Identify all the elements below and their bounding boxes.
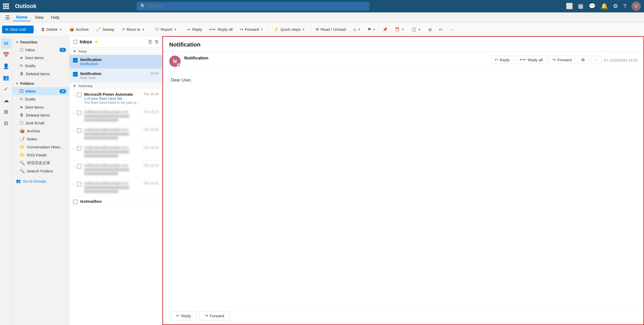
new-mail-button[interactable]: ✉ New mail ▼ xyxy=(2,26,34,33)
favorites-section-header[interactable]: ▼ Favorites xyxy=(12,38,69,46)
filter-icon[interactable]: ☰ xyxy=(148,39,152,45)
sort-icon[interactable]: ⇅ xyxy=(155,39,159,45)
print-button[interactable]: 🖨 xyxy=(425,26,435,33)
categorize-dropdown-icon[interactable]: ▼ xyxy=(358,28,361,31)
detail-reply-all-button[interactable]: ↩↩ Reply all xyxy=(516,56,547,64)
nav-item-notes[interactable]: 📝 Notes xyxy=(12,135,69,143)
nav-item-drafts[interactable]: ✎ Drafts xyxy=(12,95,69,103)
nav-item-fav-inbox[interactable]: ☐ Inbox 10 xyxy=(12,46,69,54)
sidebar-icon-contacts[interactable]: 👤 xyxy=(1,61,11,71)
assign-dropdown-icon[interactable]: ▼ xyxy=(418,28,421,31)
quick-steps-button[interactable]: ⚡ Quick steps ▼ xyxy=(271,26,308,33)
bell-icon[interactable]: 🔔 xyxy=(601,3,608,10)
email-9-checkbox[interactable] xyxy=(73,200,78,204)
search-box[interactable]: 🔍 xyxy=(137,2,369,11)
forward-button[interactable]: ↪ Forward ▼ xyxy=(237,26,267,33)
apps-grid-icon[interactable] xyxy=(3,3,9,9)
email-item-1[interactable]: ✓ Notification Notification xyxy=(69,55,162,69)
detail-reply-button[interactable]: ↩ Reply xyxy=(491,56,513,64)
new-mail-dropdown-icon[interactable]: ▼ xyxy=(28,28,31,31)
email-8-expand-icon[interactable]: › xyxy=(73,182,74,186)
forward-dropdown-icon[interactable]: ▼ xyxy=(261,28,263,31)
monitor-icon[interactable]: ⬜ xyxy=(566,3,573,10)
reply-button[interactable]: ↩ Reply xyxy=(184,26,205,33)
categorize-button[interactable]: ◇ ▼ xyxy=(350,26,364,33)
footer-reply-button[interactable]: ↩ Reply xyxy=(171,311,196,320)
nav-item-search-folders[interactable]: 🔍 Search Folders xyxy=(12,167,69,175)
inbox-star-icon[interactable]: ★ xyxy=(94,39,98,45)
nav-item-fav-drafts[interactable]: ✎ Drafts xyxy=(12,62,69,70)
email-item-2[interactable]: ✓ Notification Dear User, 14:16 xyxy=(69,69,162,82)
email-item-8[interactable]: › notifications@example.com Thu 16:16 xyxy=(69,179,162,196)
report-button[interactable]: 🛡 Report ▼ xyxy=(152,26,180,33)
email-6-expand-icon[interactable]: › xyxy=(73,147,74,151)
menu-item-help[interactable]: Help xyxy=(48,14,63,21)
email-6-checkbox[interactable] xyxy=(77,146,82,151)
email-item-7[interactable]: › notifications@example.com Thu 16:16 xyxy=(69,161,162,179)
email-7-checkbox[interactable] xyxy=(77,164,82,169)
email-1-checkbox[interactable]: ✓ xyxy=(73,58,78,63)
reply-all-button[interactable]: ↩↩ Reply all xyxy=(206,26,236,33)
sweep-button[interactable]: 🧹 Sweep xyxy=(93,26,117,33)
sidebar-icon-groups[interactable]: 👥 xyxy=(1,72,11,83)
nav-item-rss[interactable]: 📁 RSS Feeds xyxy=(12,151,69,159)
today-chevron-icon[interactable]: ▼ xyxy=(73,49,76,53)
sidebar-icon-calendar[interactable]: 📅 xyxy=(1,50,11,60)
email-2-checkbox[interactable]: ✓ xyxy=(73,72,78,77)
email-8-checkbox[interactable] xyxy=(77,182,82,186)
search-input[interactable] xyxy=(148,4,366,9)
undo-button[interactable]: ↩ xyxy=(436,26,446,33)
read-unread-button[interactable]: ✉ Read / Unread xyxy=(313,26,349,33)
more-button[interactable]: ··· xyxy=(447,26,456,33)
delete-dropdown-icon[interactable]: ▼ xyxy=(59,28,62,31)
nav-item-inbox[interactable]: ☐ Inbox 10 xyxy=(12,87,69,95)
email-4-expand-icon[interactable]: › xyxy=(73,111,74,115)
nav-item-sent[interactable]: ➤ Sent Items xyxy=(12,103,69,111)
help-icon[interactable]: ? xyxy=(623,3,626,10)
sidebar-icon-grid2[interactable]: ⊟ xyxy=(1,118,11,128)
email-item-5[interactable]: › notifications@example.com Thu 16:16 xyxy=(69,125,162,143)
email-item-4[interactable]: › notifications@example.com Thu 16:16 xyxy=(69,107,162,125)
email-3-checkbox[interactable] xyxy=(77,93,82,97)
detail-view-mode-button[interactable]: ⊞ xyxy=(578,56,589,64)
nav-item-fav-sent[interactable]: ➤ Sent Items xyxy=(12,54,69,62)
flag-dropdown-icon[interactable]: ▼ xyxy=(373,28,375,31)
nav-item-fav-deleted[interactable]: 🗑 Deleted Items xyxy=(12,70,69,78)
email-4-checkbox[interactable] xyxy=(77,110,82,115)
menu-item-view[interactable]: View xyxy=(32,14,47,21)
report-dropdown-icon[interactable]: ▼ xyxy=(174,28,177,31)
email-item-9[interactable]: testmailbox xyxy=(69,196,162,207)
email-item-3[interactable]: › Microsoft Power Automate 1 of your flo… xyxy=(69,89,162,107)
inbox-checkbox-icon[interactable]: ☐ xyxy=(73,39,78,45)
email-5-expand-icon[interactable]: › xyxy=(73,129,74,133)
move-to-button[interactable]: ↗ Move to ▼ xyxy=(119,26,148,33)
clock-dropdown-icon[interactable]: ▼ xyxy=(401,28,404,31)
menu-item-home[interactable]: Home xyxy=(13,14,31,21)
delete-button[interactable]: 🗑 Delete ▼ xyxy=(38,26,65,33)
settings-icon[interactable]: ⚙ xyxy=(613,3,618,10)
hamburger-button[interactable]: ☰ xyxy=(3,13,12,22)
nav-item-junk[interactable]: ☐ Junk Email xyxy=(12,119,69,127)
detail-more-button[interactable]: ··· xyxy=(591,56,602,64)
footer-forward-button[interactable]: ↪ Forward xyxy=(199,311,230,320)
nav-item-convhist[interactable]: 📁 Conversation Histo... xyxy=(12,143,69,151)
quick-steps-dropdown-icon[interactable]: ▼ xyxy=(302,28,305,31)
nav-item-archive[interactable]: 📦 Archive xyxy=(12,127,69,135)
sidebar-icon-tasks[interactable]: ✓ xyxy=(1,84,11,94)
sidebar-icon-mail[interactable]: ✉ xyxy=(1,38,11,49)
nav-item-go-to-groups[interactable]: 👥 Go to Groups xyxy=(12,177,69,185)
email-3-expand-icon[interactable]: › xyxy=(73,93,74,97)
email-5-checkbox[interactable] xyxy=(77,128,82,133)
nav-item-chinese[interactable]: 🔍 对话历史记录 xyxy=(12,159,69,167)
pin-button[interactable]: 📌 xyxy=(380,26,391,33)
flag-button[interactable]: ⚑ ▼ xyxy=(365,26,379,33)
sidebar-icon-apps[interactable]: ⊞ xyxy=(1,107,11,117)
yesterday-chevron-icon[interactable]: ▼ xyxy=(73,84,76,88)
clock-button[interactable]: ⏰ ▼ xyxy=(392,26,407,33)
folders-section-header[interactable]: ▼ Folders xyxy=(12,80,69,87)
email-7-expand-icon[interactable]: › xyxy=(73,164,74,169)
user-avatar[interactable]: U xyxy=(632,2,641,11)
email-item-6[interactable]: › notifications@example.com Thu 16:16 xyxy=(69,143,162,161)
sidebar-icon-cloud[interactable]: ☁ xyxy=(1,95,11,105)
move-dropdown-icon[interactable]: ▼ xyxy=(142,28,145,31)
